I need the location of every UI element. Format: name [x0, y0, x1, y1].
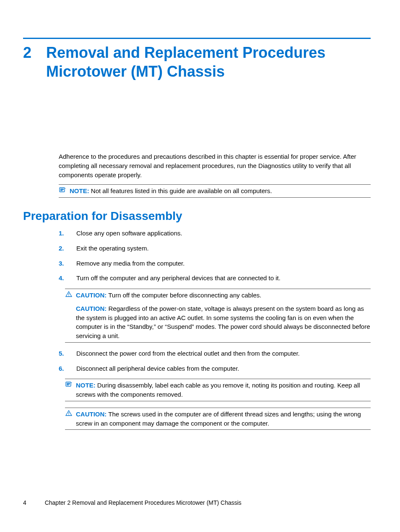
page-footer: 4 Chapter 2 Removal and Replacement Proc…	[23, 499, 242, 506]
svg-point-2	[68, 295, 69, 296]
svg-point-5	[68, 414, 69, 415]
note-callout: NOTE: Not all features listed in this gu…	[59, 184, 371, 198]
note-text: During disassembly, label each cable as …	[76, 382, 360, 398]
note-callout: NOTE: During disassembly, label each cab…	[65, 379, 371, 401]
note-label: NOTE:	[76, 382, 96, 389]
intro-paragraph: Adherence to the procedures and precauti…	[59, 152, 371, 179]
caution-icon	[65, 410, 73, 416]
caution-callout: CAUTION: The screws used in the computer…	[65, 408, 371, 430]
steps-list: Close any open software applications. Ex…	[59, 229, 371, 283]
caution-icon	[65, 291, 73, 297]
step-item: Disconnect the power cord from the elect…	[59, 349, 371, 358]
page-number: 4	[23, 499, 26, 506]
note-icon	[65, 381, 73, 387]
steps-list-continued: Disconnect the power cord from the elect…	[59, 349, 371, 373]
chapter-header: 2 Removal and Replacement Procedures Mic…	[23, 43, 371, 81]
step-item: Close any open software applications.	[59, 229, 371, 238]
chapter-title: Removal and Replacement Procedures Micro…	[46, 43, 371, 81]
note-text: Not all features listed in this guide ar…	[91, 187, 272, 194]
caution-label: CAUTION:	[76, 305, 106, 312]
footer-text: Chapter 2 Removal and Replacement Proced…	[45, 499, 242, 506]
section-heading: Preparation for Disassembly	[23, 209, 371, 223]
caution-label: CAUTION:	[76, 292, 106, 299]
step-item: Turn off the computer and any peripheral…	[59, 274, 371, 283]
chapter-number: 2	[23, 43, 34, 62]
caution-text: Turn off the computer before disconnecti…	[108, 292, 261, 299]
caution-label: CAUTION:	[76, 411, 106, 418]
step-item: Remove any media from the computer.	[59, 259, 371, 268]
note-label: NOTE:	[70, 187, 89, 194]
caution-text: Regardless of the power-on state, voltag…	[76, 305, 370, 339]
chapter-rule	[23, 38, 371, 39]
step-item: Exit the operating system.	[59, 244, 371, 253]
caution-callout: CAUTION: Turn off the computer before di…	[65, 289, 371, 343]
step-item: Disconnect all peripheral device cables …	[59, 364, 371, 373]
caution-text: The screws used in the computer are of d…	[76, 411, 361, 427]
note-icon	[59, 186, 66, 193]
